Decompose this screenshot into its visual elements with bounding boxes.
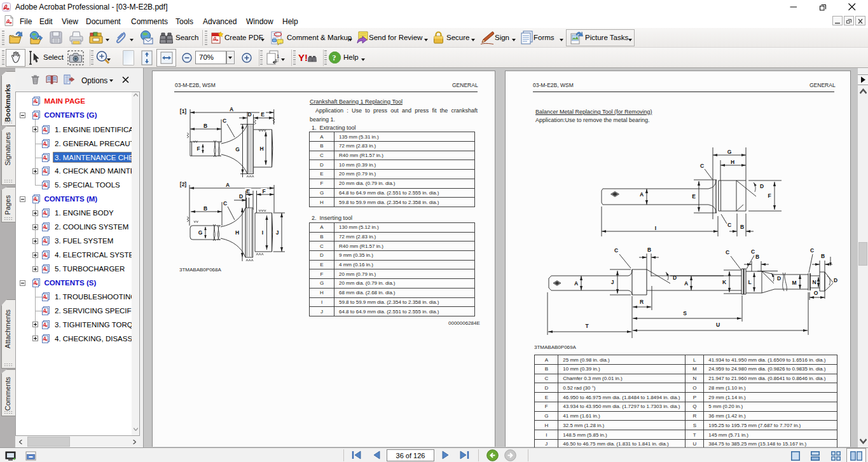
svg-text:C: C [726, 249, 729, 255]
svg-text:O: O [814, 290, 818, 296]
svg-text:A: A [226, 182, 230, 188]
svg-text:C: C [727, 222, 731, 228]
svg-text:B: B [203, 123, 207, 129]
svg-text:C: C [223, 118, 226, 124]
svg-text:[2]: [2] [180, 181, 187, 187]
svg-text:I: I [655, 225, 656, 231]
svg-text:H: H [731, 159, 734, 165]
svg-text:D: D [247, 111, 251, 118]
svg-text:B: B [755, 254, 759, 260]
svg-text:C: C [810, 247, 814, 254]
svg-text:J: J [611, 279, 614, 285]
svg-text:G: G [727, 149, 732, 155]
svg-text:C: C [614, 247, 618, 254]
svg-text:S: S [683, 310, 687, 316]
svg-text:A: A [684, 280, 688, 287]
svg-text:N: N [812, 279, 816, 285]
svg-text:A: A [230, 106, 233, 112]
svg-text:E: E [246, 188, 250, 194]
svg-text:J: J [276, 229, 279, 236]
svg-text:I: I [262, 229, 263, 236]
svg-text:D: D [760, 183, 764, 189]
svg-text:B: B [821, 253, 825, 259]
svg-text:1: 1 [277, 53, 280, 59]
svg-text:G: G [198, 229, 203, 236]
svg-text:G: G [235, 146, 240, 153]
svg-text:[1]: [1] [180, 108, 187, 114]
svg-text:U: U [716, 322, 720, 328]
svg-text:F: F [196, 146, 200, 152]
svg-text:D: D [673, 275, 677, 281]
svg-text:B: B [647, 247, 651, 253]
svg-text:C: C [223, 200, 227, 207]
svg-text:B: B [203, 205, 207, 212]
svg-text:C: C [700, 163, 704, 169]
svg-text:A: A [640, 191, 644, 198]
svg-text:E: E [261, 111, 265, 118]
svg-text:L: L [748, 279, 751, 285]
svg-text:?: ? [333, 53, 336, 62]
svg-text:H: H [235, 229, 239, 236]
svg-text:F: F [262, 188, 265, 194]
svg-text:A: A [574, 280, 578, 287]
svg-text:Y!: Y! [298, 52, 308, 63]
svg-text:E: E [692, 193, 696, 200]
svg-text:M: M [792, 280, 796, 286]
svg-text:B: B [740, 224, 744, 230]
svg-text:D: D [777, 275, 781, 282]
svg-text:R: R [640, 299, 644, 305]
svg-text:K: K [722, 279, 727, 285]
svg-text:T: T [585, 323, 589, 329]
svg-text:C: C [751, 248, 755, 255]
svg-text:F: F [768, 193, 771, 199]
svg-text:H: H [259, 146, 263, 152]
svg-text:D: D [834, 277, 837, 283]
svg-text:D: D [239, 193, 243, 200]
